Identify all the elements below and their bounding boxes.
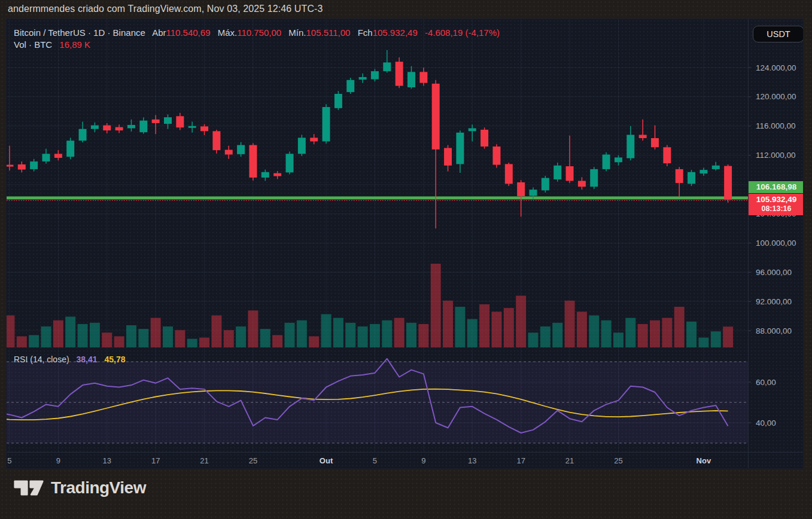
rsi-value: 38,41 xyxy=(76,355,97,364)
candle-body xyxy=(603,154,610,169)
volume-bar xyxy=(345,323,355,347)
volume-bar xyxy=(613,332,624,347)
time-axis-label: Nov xyxy=(691,456,717,465)
time-axis-label: 13 xyxy=(459,456,485,465)
volume-bar xyxy=(504,308,514,347)
candle-body xyxy=(286,154,294,172)
volume-bar xyxy=(224,330,234,347)
volume-bar xyxy=(138,329,148,347)
volume-bar xyxy=(29,335,39,347)
candle-body xyxy=(663,147,671,163)
volume-bar xyxy=(443,301,453,347)
volume-bar xyxy=(382,320,392,347)
symbol-legend[interactable]: Bitcoin / TetherUS · 1D · Binance Abr110… xyxy=(14,28,500,38)
volume-bar xyxy=(321,314,332,347)
candle-body xyxy=(261,172,269,178)
tradingview-brand-text: TradingView xyxy=(51,478,146,497)
volume-bar xyxy=(674,307,685,347)
time-axis-label: Out xyxy=(313,456,339,465)
volume-bar xyxy=(479,304,489,347)
volume-bar xyxy=(78,324,88,347)
volume-bar xyxy=(540,326,551,347)
volume-bar xyxy=(53,320,63,347)
candle-body xyxy=(176,116,184,127)
candle-body xyxy=(505,164,513,184)
volume-bar xyxy=(491,312,501,347)
candle-body xyxy=(359,77,367,80)
candle-body xyxy=(323,107,330,141)
chart-panel[interactable]: Bitcoin / TetherUS · 1D · Binance Abr110… xyxy=(6,19,804,469)
price-axis-label: 120.000,00 xyxy=(756,91,796,102)
symbol-title: Bitcoin / TetherUS · 1D · Binance xyxy=(14,28,145,38)
volume-bar xyxy=(650,320,660,347)
volume-label: Vol · BTC xyxy=(14,39,52,50)
drawing-price-tag: 106.168,98 xyxy=(749,181,804,193)
candle-body xyxy=(91,126,99,129)
candle-body xyxy=(492,146,500,165)
candle-body xyxy=(688,172,695,184)
price-axis-label: 124.000,00 xyxy=(756,63,796,73)
candle-body xyxy=(396,62,403,86)
volume-bar xyxy=(394,318,405,347)
candle-body xyxy=(566,166,574,181)
candle-body xyxy=(164,117,172,124)
candle-body xyxy=(371,71,379,79)
volume-bar xyxy=(589,315,599,347)
time-axis[interactable]: 5913172125Out5913172125Nov xyxy=(7,452,804,469)
candle-body xyxy=(127,125,135,129)
plot-layers xyxy=(7,19,748,452)
price-axis-label: 116.000,00 xyxy=(756,121,796,131)
close-label: Fch xyxy=(358,28,373,38)
volume-bar xyxy=(370,324,380,347)
volume-bar xyxy=(175,330,185,347)
candle-body xyxy=(139,121,147,133)
candle-body xyxy=(530,190,537,196)
volume-legend[interactable]: Vol · BTC 16,89 K xyxy=(14,39,90,50)
candle-body xyxy=(676,169,683,183)
candle-body xyxy=(542,178,549,191)
candle-body xyxy=(249,145,257,178)
volume-bar xyxy=(297,320,307,347)
rsi-legend[interactable]: RSI (14, close) 38,41 45,78 xyxy=(14,355,125,364)
tradingview-logo[interactable]: TradingView xyxy=(13,478,146,497)
volume-bar xyxy=(211,315,221,347)
volume-bar xyxy=(151,318,161,347)
chart-plot-area[interactable] xyxy=(7,19,804,469)
price-axis[interactable]: 124.000,00120.000,00116.000,00112.000,00… xyxy=(748,19,804,469)
low-label: Mín. xyxy=(288,28,306,38)
candle-body xyxy=(18,164,26,170)
currency-usdt-button[interactable]: USDT xyxy=(753,26,804,42)
candle-body xyxy=(469,128,476,131)
time-axis-label: 5 xyxy=(6,456,23,465)
volume-bar xyxy=(467,319,478,347)
volume-bar xyxy=(431,264,441,347)
time-axis-label: 17 xyxy=(508,456,534,465)
volume-bar xyxy=(686,322,697,347)
volume-bar xyxy=(406,323,416,347)
footer-bar: TradingView xyxy=(0,469,812,519)
candle-body xyxy=(712,166,720,169)
candle-body xyxy=(480,130,488,146)
volume-bar xyxy=(114,336,124,347)
volume-bar xyxy=(285,323,295,347)
high-value: 110.750,00 xyxy=(237,28,281,38)
volume-bar xyxy=(601,320,612,347)
volume-bar xyxy=(333,318,343,347)
volume-bar xyxy=(565,301,575,347)
volume-bar xyxy=(698,338,708,347)
candle-body xyxy=(200,126,208,131)
candle-body xyxy=(334,94,342,108)
candle-body xyxy=(79,129,87,141)
open-label: Abr xyxy=(152,28,166,38)
candle-body xyxy=(432,84,440,149)
volume-bar xyxy=(723,326,733,347)
volume-bar xyxy=(418,324,428,347)
volume-bar xyxy=(528,332,539,347)
volume-bar xyxy=(577,312,587,347)
candle-body xyxy=(639,135,647,138)
price-axis-label: 96.000,00 xyxy=(756,267,792,277)
last-price-value: 105.932,49 xyxy=(749,195,804,204)
volume-bar xyxy=(248,310,258,347)
candle-body xyxy=(42,154,50,161)
volume-bar xyxy=(41,326,51,347)
